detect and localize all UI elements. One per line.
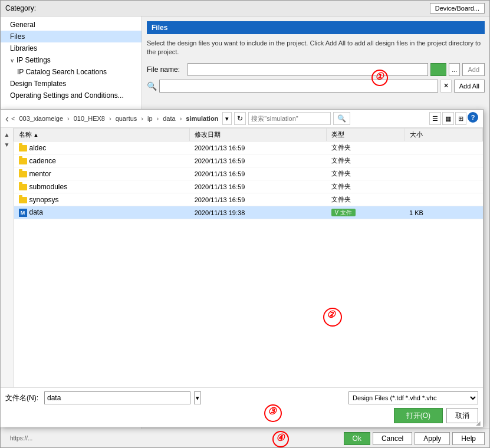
open-button[interactable]: 打开(O): [394, 408, 443, 423]
folder-icon: [19, 145, 27, 151]
sidebar-item-design-templates[interactable]: Design Templates: [1, 78, 142, 90]
add-all-button[interactable]: Add All: [454, 80, 485, 93]
nav-up-button[interactable]: ▲: [3, 130, 11, 139]
cancel-file-button[interactable]: 取消: [446, 408, 478, 423]
file-size-cell: 1 KB: [405, 206, 483, 219]
file-name-input[interactable]: [188, 63, 428, 76]
file-date-cell: 2020/11/13 16:59: [190, 141, 327, 154]
bc-sep-5: ›: [180, 115, 182, 122]
folder-icon: [19, 171, 27, 177]
filename-dropdown-button[interactable]: ▾: [194, 391, 201, 404]
file-list-area: ▲ ▼ 名称 修改日期 类型 大小 aldec2020/11/13 16:59文…: [1, 128, 483, 387]
file-dialog-footer: 文件名(N): ▾ Design Files (*.tdf *.vhd *.vh…: [1, 387, 483, 427]
file-name-cell: mentor: [14, 167, 190, 180]
file-type-cell: V 文件: [327, 206, 405, 219]
file-size-cell: [405, 141, 483, 154]
file-name-text: synopsys: [29, 196, 59, 204]
list-view-button[interactable]: ☰: [429, 112, 441, 125]
file-size-cell: [405, 167, 483, 180]
category-label: Category:: [5, 4, 36, 12]
cancel-button[interactable]: Cancel: [373, 432, 412, 445]
file-name-text: cadence: [29, 157, 56, 165]
table-row[interactable]: cadence2020/11/13 16:59文件夹: [14, 154, 483, 167]
breadcrumb-quartus[interactable]: quartus: [114, 114, 139, 123]
file-type-cell: 文件夹: [327, 141, 405, 154]
details-view-button[interactable]: ▦: [442, 112, 454, 125]
sidebar-item-libraries[interactable]: Libraries: [1, 42, 142, 54]
file-size-cell: [405, 180, 483, 193]
clear-search-button[interactable]: ✕: [440, 80, 452, 93]
table-row[interactable]: submodules2020/11/13 16:59文件夹: [14, 180, 483, 193]
device-board-button[interactable]: Device/Board...: [430, 3, 485, 14]
ok-button[interactable]: Ok: [344, 432, 370, 445]
sidebar-item-ip-catalog[interactable]: IP Catalog Search Locations: [1, 66, 142, 78]
file-name-text: mentor: [29, 170, 51, 178]
bc-sep-1: ›: [67, 115, 70, 122]
file-size-cell: [405, 193, 483, 206]
file-name-cell: Mdata: [14, 206, 190, 219]
file-type-cell: 文件夹: [327, 180, 405, 193]
dots-button[interactable]: ...: [449, 63, 460, 76]
file-date-cell: 2020/11/13 16:59: [190, 154, 327, 167]
search-icon: 🔍: [147, 81, 157, 91]
file-date-cell: 2020/11/13 19:38: [190, 206, 327, 219]
search-row: 🔍 ✕ Add All: [147, 80, 485, 93]
nav-down-button[interactable]: ▼: [3, 140, 11, 149]
view-icons: ☰ ▦ ⊞ ?: [429, 112, 478, 125]
sidebar-item-files[interactable]: Files: [1, 31, 142, 42]
sidebar-item-general[interactable]: General: [1, 19, 142, 31]
breadcrumb-data[interactable]: data: [161, 114, 177, 123]
file-type-cell: 文件夹: [327, 154, 405, 167]
refresh-button[interactable]: ↻: [234, 112, 246, 125]
table-row[interactable]: Mdata2020/11/13 19:38V 文件1 KB: [14, 206, 483, 219]
help-circle-button[interactable]: ?: [468, 112, 478, 123]
file-name-text: submodules: [29, 183, 68, 191]
ok-label: Ok: [353, 434, 361, 443]
apply-button[interactable]: Apply: [415, 432, 450, 445]
file-name-text: data: [29, 208, 43, 216]
file-type-cell: 文件夹: [327, 167, 405, 180]
table-row[interactable]: mentor2020/11/13 16:59文件夹: [14, 167, 483, 180]
browse-green-button[interactable]: [430, 63, 446, 76]
filename-label: 文件名(N):: [5, 393, 41, 403]
bc-sep-4: ›: [157, 115, 159, 122]
file-search-input[interactable]: [248, 112, 331, 125]
filename-row: 文件名(N): ▾ Design Files (*.tdf *.vhd *.vh…: [5, 391, 478, 404]
filename-field[interactable]: [44, 391, 190, 404]
breadcrumb-ip[interactable]: ip: [146, 114, 154, 123]
file-list-table: 名称 修改日期 类型 大小 aldec2020/11/13 16:59文件夹ca…: [14, 128, 483, 219]
table-row[interactable]: aldec2020/11/13 16:59文件夹: [14, 141, 483, 154]
large-icons-button[interactable]: ⊞: [455, 112, 466, 125]
sidebar-item-ip-settings[interactable]: ∨ IP Settings: [1, 54, 142, 66]
add-button[interactable]: Add: [462, 63, 485, 76]
file-date-cell: 2020/11/13 16:59: [190, 167, 327, 180]
sidebar-item-general-label: General: [10, 21, 35, 29]
help-button[interactable]: Help: [452, 432, 485, 445]
sidebar-item-ip-catalog-label: IP Catalog Search Locations: [17, 68, 107, 76]
breadcrumb-003[interactable]: 003_xiaomeige: [17, 114, 65, 123]
filetype-select[interactable]: Design Files (*.tdf *.vhd *.vhc: [348, 391, 478, 404]
col-header-name[interactable]: 名称: [14, 129, 190, 141]
file-search-button[interactable]: 🔍: [333, 112, 350, 125]
m-file-icon: M: [19, 209, 27, 217]
col-header-type[interactable]: 类型: [327, 129, 405, 141]
description-text: Select the design files you want to incl…: [147, 39, 485, 57]
breadcrumb-simulation: simulation: [184, 114, 220, 123]
file-date-cell: 2020/11/13 16:59: [190, 180, 327, 193]
resize-handle[interactable]: ◢: [476, 420, 483, 427]
table-row[interactable]: synopsys2020/11/13 16:59文件夹: [14, 193, 483, 206]
back-button[interactable]: ‹: [5, 113, 9, 125]
file-name-text: aldec: [29, 144, 47, 152]
col-header-date[interactable]: 修改日期: [190, 129, 327, 141]
sidebar-item-operating-settings[interactable]: Operating Settings and Conditions...: [1, 90, 142, 101]
file-type-cell: 文件夹: [327, 193, 405, 206]
file-name-cell: cadence: [14, 154, 190, 167]
col-header-size[interactable]: 大小: [405, 129, 483, 141]
file-name-cell: aldec: [14, 141, 190, 154]
apply-label: Apply: [423, 434, 441, 443]
path-dropdown-button[interactable]: ▾: [222, 112, 232, 125]
status-url: https://...: [5, 435, 32, 442]
v-file-badge: V 文件: [331, 209, 356, 216]
search-input[interactable]: [159, 80, 438, 93]
breadcrumb-010[interactable]: 010_HEX8: [72, 114, 107, 123]
